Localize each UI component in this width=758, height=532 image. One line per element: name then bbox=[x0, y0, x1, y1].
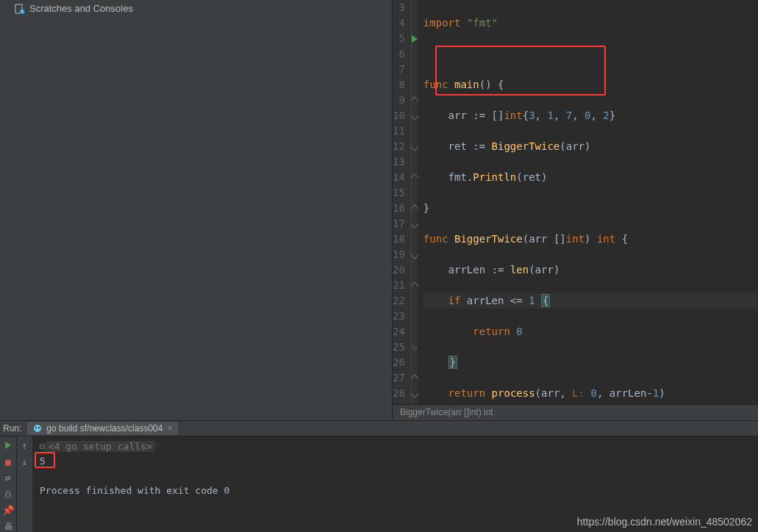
up-button[interactable]: ↑ bbox=[19, 439, 31, 451]
breadcrumb-item[interactable]: BiggerTwice(arr []int) int bbox=[400, 405, 493, 420]
watermark: https://blog.csdn.net/weixin_48502062 bbox=[577, 516, 752, 528]
scratches-icon bbox=[15, 4, 25, 14]
run-toolbar: ■ ⇄ ⎙ 📌 🖶 bbox=[0, 436, 16, 532]
code-area[interactable]: import "fmt" func main() { arr := []int{… bbox=[418, 0, 758, 420]
run-tab-label: go build sf/newclass/class004 bbox=[46, 423, 162, 434]
run-tabs: Run: go build sf/newclass/class004 × bbox=[0, 421, 758, 436]
line-number-gutter: 345 678 91011 121314 151617 181920 21222… bbox=[393, 0, 412, 420]
layout-button[interactable]: ⇄ bbox=[2, 472, 14, 484]
svg-point-3 bbox=[35, 427, 37, 428]
toggle-button[interactable]: ⎙ bbox=[2, 488, 14, 500]
output-line: 5 bbox=[40, 454, 751, 469]
recursive-icon: ↻ bbox=[412, 339, 418, 355]
stop-button[interactable]: ■ bbox=[2, 456, 14, 467]
project-sidebar[interactable]: Scratches and Consoles bbox=[0, 0, 393, 420]
setup-calls: <4 go setup calls> bbox=[46, 441, 155, 452]
exit-line: Process finished with exit code 0 bbox=[40, 484, 751, 498]
sidebar-item-label: Scratches and Consoles bbox=[29, 3, 133, 14]
breadcrumb[interactable]: BiggerTwice(arr []int) int bbox=[393, 404, 758, 420]
print-button[interactable]: 🖶 bbox=[2, 520, 14, 532]
svg-point-2 bbox=[34, 425, 41, 432]
down-button[interactable]: ↓ bbox=[19, 456, 31, 467]
run-tab[interactable]: go build sf/newclass/class004 × bbox=[27, 422, 178, 435]
gutter-marks: ↻ bbox=[412, 0, 418, 420]
run-gutter-icon[interactable] bbox=[412, 35, 418, 43]
close-icon[interactable]: × bbox=[167, 423, 172, 434]
svg-point-4 bbox=[38, 427, 40, 428]
sidebar-item-scratches[interactable]: Scratches and Consoles bbox=[0, 1, 392, 15]
pin-button[interactable]: 📌 bbox=[2, 504, 14, 516]
go-icon bbox=[33, 424, 42, 433]
rerun-button[interactable] bbox=[2, 439, 14, 451]
run-label: Run: bbox=[3, 423, 21, 434]
code-editor[interactable]: 345 678 91011 121314 151617 181920 21222… bbox=[393, 0, 758, 420]
run-nav: ↑ ↓ bbox=[16, 436, 32, 532]
